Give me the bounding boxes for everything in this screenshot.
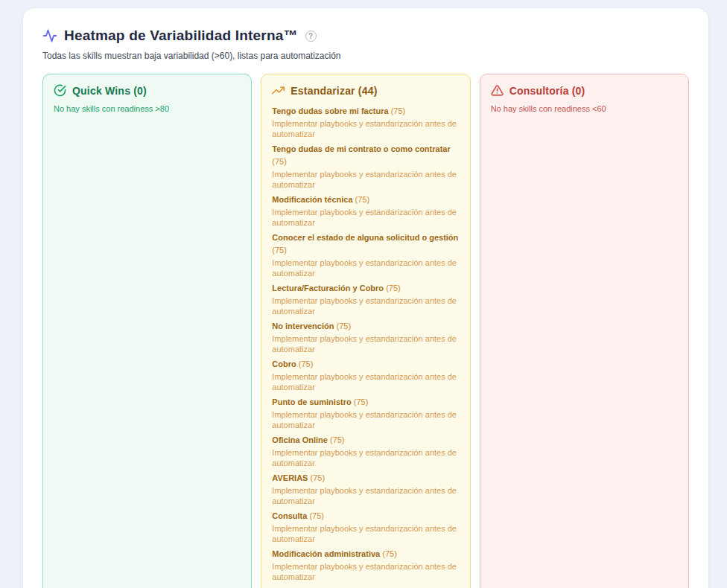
skill-item: Lectura/Facturación y Cobro (75) Impleme… (272, 281, 459, 316)
skill-item: Cobro (75) Implementar playbooks y estan… (272, 357, 459, 392)
skill-score: (75) (384, 284, 401, 293)
skill-score: (75) (334, 322, 351, 330)
skill-name: AVERIAS (272, 473, 308, 482)
skill-name-line: Cobro (75) (272, 357, 459, 370)
skill-name-line: Lectura/Facturación y Cobro (75) (272, 281, 459, 294)
skill-item: Gestión administrativa (75) Implementar … (272, 585, 459, 588)
card-header: Heatmap de Variabilidad Interna™ ? (42, 28, 689, 44)
skill-recommendation: Implementar playbooks y estandarización … (272, 207, 459, 228)
skill-name: Tengo dudas de mi contrato o como contra… (272, 144, 450, 153)
skill-score: (75) (308, 473, 325, 482)
skill-name-line: Tengo dudas sobre mi factura (75) (272, 104, 459, 117)
readiness-board: Quick Wins (0) No hay skills con readine… (42, 74, 689, 588)
skill-score: (75) (296, 359, 314, 368)
skill-item: AVERIAS (75) Implementar playbooks y est… (272, 471, 459, 506)
skill-recommendation: Implementar playbooks y estandarización … (272, 485, 459, 506)
activity-pulse-icon (42, 28, 57, 43)
consultoria-empty-message: No hay skills con readiness <60 (491, 104, 678, 113)
skill-recommendation: Implementar playbooks y estandarización … (272, 258, 459, 278)
skill-recommendation: Implementar playbooks y estandarización … (272, 118, 459, 139)
skill-score: (75) (272, 246, 287, 255)
skill-name-line: Gestión administrativa (75) (272, 585, 459, 588)
warning-triangle-icon (491, 84, 504, 97)
column-quick-wins-header: Quick Wins (0) (54, 84, 241, 97)
skill-item: Oficina Online (75) Implementar playbook… (272, 433, 459, 468)
skill-score: (75) (307, 511, 324, 520)
skill-name-line: Punto de suministro (75) (272, 395, 459, 408)
skill-recommendation: Implementar playbooks y estandarización … (272, 523, 459, 544)
column-consultoria: Consultoría (0) No hay skills con readin… (480, 74, 689, 588)
skill-name: Modificación administrativa (272, 549, 380, 558)
skill-name: Cobro (272, 359, 296, 368)
skill-name: Conocer el estado de alguna solicitud o … (272, 233, 458, 242)
skill-item: Punto de suministro (75) Implementar pla… (272, 395, 459, 430)
skill-score: (75) (380, 549, 397, 558)
column-consultoria-title: Consultoría (0) (509, 85, 585, 97)
skill-score: (75) (272, 157, 287, 166)
skill-item: Consulta (75) Implementar playbooks y es… (272, 509, 459, 544)
quick-wins-empty-message: No hay skills con readiness >80 (54, 104, 241, 113)
skill-item: Conocer el estado de alguna solicitud o … (272, 231, 459, 278)
page-subtitle: Todas las skills muestran baja variabili… (42, 51, 689, 61)
column-quick-wins-title: Quick Wins (0) (72, 85, 147, 97)
skill-item: Modificación técnica (75) Implementar pl… (272, 193, 459, 228)
check-circle-icon (54, 84, 66, 97)
skill-item: No intervención (75) Implementar playboo… (272, 319, 459, 354)
skill-item: Tengo dudas sobre mi factura (75) Implem… (272, 104, 459, 139)
skill-score: (75) (352, 397, 369, 406)
skill-name-line: AVERIAS (75) (272, 471, 459, 484)
column-consultoria-header: Consultoría (0) (491, 84, 678, 97)
skill-name: Modificación técnica (272, 195, 352, 204)
skill-name: Lectura/Facturación y Cobro (272, 284, 384, 293)
column-estandarizar: Estandarizar (44) Tengo dudas sobre mi f… (261, 74, 470, 588)
skill-name: Punto de suministro (272, 397, 351, 406)
skill-item: Modificación administrativa (75) Impleme… (272, 547, 459, 582)
trending-up-icon (272, 84, 285, 97)
skill-name-line: Oficina Online (75) (272, 433, 459, 446)
skill-name: No intervención (272, 322, 334, 330)
skill-recommendation: Implementar playbooks y estandarización … (272, 561, 459, 582)
skill-recommendation: Implementar playbooks y estandarización … (272, 409, 459, 430)
skill-name: Oficina Online (272, 435, 328, 444)
skill-list: Tengo dudas sobre mi factura (75) Implem… (272, 104, 459, 588)
column-estandarizar-title: Estandarizar (44) (291, 85, 377, 97)
skill-name-line: No intervención (75) (272, 319, 459, 332)
skill-score: (75) (353, 195, 370, 204)
skill-name-line: Modificación administrativa (75) (272, 547, 459, 560)
page-title: Heatmap de Variabilidad Interna™ (64, 28, 298, 44)
skill-recommendation: Implementar playbooks y estandarización … (272, 333, 459, 354)
skill-name-line: Modificación técnica (75) (272, 193, 459, 205)
skill-name-line: Tengo dudas de mi contrato o como contra… (272, 142, 459, 167)
skill-name: Tengo dudas sobre mi factura (272, 106, 388, 115)
skill-name: Consulta (272, 511, 307, 520)
skill-item: Tengo dudas de mi contrato o como contra… (272, 142, 459, 190)
skill-recommendation: Implementar playbooks y estandarización … (272, 169, 459, 190)
column-estandarizar-header: Estandarizar (44) (272, 84, 459, 97)
skill-score: (75) (328, 435, 345, 444)
skill-recommendation: Implementar playbooks y estandarización … (272, 295, 459, 316)
skill-score: (75) (389, 106, 406, 115)
help-circle-icon[interactable]: ? (305, 31, 317, 42)
column-quick-wins: Quick Wins (0) No hay skills con readine… (42, 74, 252, 588)
skill-name-line: Consulta (75) (272, 509, 459, 522)
skill-recommendation: Implementar playbooks y estandarización … (272, 447, 459, 468)
heatmap-card: Heatmap de Variabilidad Interna™ ? Todas… (22, 7, 709, 588)
skill-name-line: Conocer el estado de alguna solicitud o … (272, 231, 459, 256)
skill-recommendation: Implementar playbooks y estandarización … (272, 371, 459, 392)
